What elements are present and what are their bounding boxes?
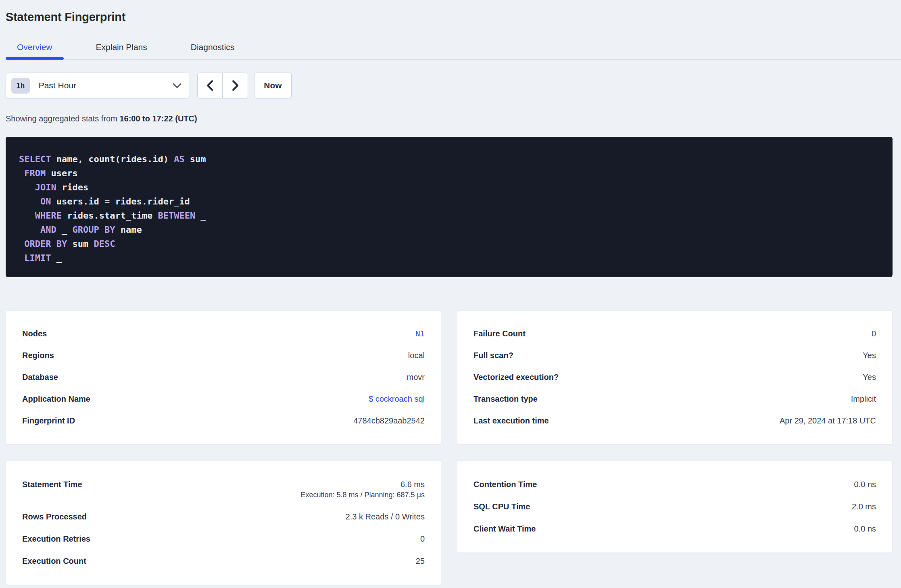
- previous-time-range-button[interactable]: [198, 73, 223, 98]
- time-range-label: Past Hour: [39, 81, 76, 90]
- statement-timing-card: Statement Time6.6 msExecution: 5.8 ms / …: [6, 460, 441, 585]
- sql-line: ORDER BY sum DESC: [19, 237, 880, 251]
- sql-keyword: GROUP BY: [72, 225, 115, 235]
- sql-line: ON users.id = rides.rider_id: [19, 194, 880, 209]
- stat-label: Application Name: [22, 394, 90, 403]
- application-name-link[interactable]: $ cockroach sql: [369, 394, 425, 403]
- tab-explain-plans-label: Explain Plans: [96, 42, 147, 52]
- stat-label: Failure Count: [473, 329, 526, 338]
- sql-keyword: FROM: [24, 168, 46, 178]
- stat-label: SQL CPU Time: [473, 502, 530, 511]
- sql-text: users: [46, 168, 77, 178]
- stat-row-vectorized-execution: Vectorized execution?Yes: [473, 373, 876, 382]
- tab-diagnostics-label: Diagnostics: [191, 42, 235, 52]
- stat-value: 0: [872, 329, 876, 338]
- stat-label: Full scan?: [473, 351, 513, 360]
- sql-keyword: AND: [40, 225, 56, 235]
- time-controls: 1h Past Hour Now: [6, 73, 893, 98]
- sql-text: _: [56, 225, 73, 235]
- stat-value-column: Implicit: [851, 394, 876, 403]
- stat-subvalue: Execution: 5.8 ms / Planning: 687.5 µs: [300, 491, 425, 499]
- stat-label: Client Wait Time: [473, 524, 536, 533]
- stat-value: 2.3 k Reads / 0 Writes: [346, 512, 425, 521]
- stat-value-column: 0.0 ns: [854, 524, 876, 533]
- stat-label: Execution Count: [22, 557, 86, 565]
- stat-value: Yes: [863, 373, 876, 382]
- stat-value: 4784cb829aab2542: [353, 416, 425, 425]
- stat-value-column: movr: [407, 373, 425, 382]
- stat-label: Fingerprint ID: [22, 416, 75, 425]
- nodes-link[interactable]: N1: [415, 329, 425, 338]
- time-step-button-group: [197, 73, 248, 98]
- tab-overview-label: Overview: [17, 42, 52, 52]
- sql-text: [19, 253, 24, 263]
- time-range-dropdown[interactable]: 1h Past Hour: [6, 73, 190, 98]
- stat-value-column: 0.0 ns: [854, 480, 876, 489]
- sql-text: [19, 182, 35, 192]
- sql-text: [19, 196, 40, 206]
- tab-overview[interactable]: Overview: [6, 42, 64, 59]
- sql-text: users.id = rides.rider_id: [51, 196, 190, 206]
- timing-cards-row: Statement Time6.6 msExecution: 5.8 ms / …: [6, 460, 893, 585]
- sql-line: LIMIT _: [19, 251, 880, 265]
- sql-text: rides: [56, 182, 88, 192]
- stat-row-execution-count: Execution Count25: [22, 557, 425, 565]
- wait-timing-card: Contention Time0.0 nsSQL CPU Time2.0 msC…: [457, 460, 893, 553]
- chevron-right-icon: [232, 80, 239, 91]
- chevron-left-icon: [206, 80, 213, 91]
- sql-line: SELECT name, count(rides.id) AS sum: [19, 152, 880, 166]
- stat-value: 0: [420, 534, 425, 543]
- sql-text: name, count(rides.id): [51, 154, 174, 164]
- stat-value-column: $ cockroach sql: [369, 394, 425, 403]
- stat-row-database: Databasemovr: [22, 373, 425, 382]
- stat-row-failure-count: Failure Count0: [473, 329, 876, 338]
- sql-statement-code: SELECT name, count(rides.id) AS sum FROM…: [19, 152, 880, 265]
- sql-keyword: AS: [174, 154, 185, 164]
- stat-label: Contention Time: [473, 480, 537, 489]
- stat-label: Transaction type: [473, 394, 538, 403]
- sql-text: [19, 211, 35, 221]
- stat-value-column: 6.6 msExecution: 5.8 ms / Planning: 687.…: [300, 480, 425, 499]
- statement-details-card: NodesN1RegionslocalDatabasemovrApplicati…: [6, 311, 441, 444]
- sql-keyword: JOIN: [35, 182, 56, 192]
- stat-row-nodes: NodesN1: [22, 329, 425, 338]
- stat-value: Implicit: [851, 394, 876, 403]
- sql-keyword: WHERE: [35, 211, 62, 221]
- stat-value-column: Yes: [863, 373, 876, 382]
- stat-value: Yes: [863, 351, 876, 360]
- sql-text: _: [51, 253, 62, 263]
- chevron-down-icon: [173, 83, 181, 88]
- tab-diagnostics[interactable]: Diagnostics: [179, 42, 246, 59]
- stat-label: Regions: [22, 351, 54, 360]
- tab-explain-plans[interactable]: Explain Plans: [85, 42, 159, 59]
- stat-row-rows-processed: Rows Processed2.3 k Reads / 0 Writes: [22, 512, 425, 521]
- stat-row-fingerprint-id: Fingerprint ID4784cb829aab2542: [22, 416, 425, 425]
- execution-attributes-card: Failure Count0Full scan?YesVectorized ex…: [457, 311, 893, 444]
- stat-row-client-wait-time: Client Wait Time0.0 ns: [473, 524, 876, 533]
- stat-label: Last execution time: [473, 416, 549, 425]
- sql-text: name: [115, 225, 142, 235]
- next-time-range-button[interactable]: [223, 73, 248, 98]
- stat-label: Vectorized execution?: [473, 373, 559, 382]
- stat-label: Statement Time: [22, 480, 82, 489]
- statement-fingerprint-page: Statement Fingerprint Overview Explain P…: [0, 10, 901, 585]
- time-range-badge: 1h: [11, 78, 30, 94]
- now-button[interactable]: Now: [254, 73, 292, 98]
- sql-keyword: DESC: [94, 239, 115, 249]
- stat-value-column: local: [408, 351, 425, 360]
- stat-value-column: 0: [420, 534, 425, 543]
- summary-cards-row: NodesN1RegionslocalDatabasemovrApplicati…: [6, 311, 893, 444]
- stat-row-transaction-type: Transaction typeImplicit: [473, 394, 876, 403]
- sql-text: _: [195, 211, 206, 221]
- stat-row-execution-retries: Execution Retries0: [22, 534, 425, 543]
- stat-row-contention-time: Contention Time0.0 ns: [473, 480, 876, 489]
- sql-keyword: BETWEEN: [158, 211, 195, 221]
- stat-row-statement-time: Statement Time6.6 msExecution: 5.8 ms / …: [22, 480, 425, 499]
- stat-value-column: 25: [416, 557, 425, 565]
- stat-label: Execution Retries: [22, 534, 90, 543]
- stat-label: Nodes: [22, 329, 47, 338]
- stat-value: 0.0 ns: [854, 524, 876, 533]
- sql-line: WHERE rides.start_time BETWEEN _: [19, 209, 880, 223]
- stat-value: 2.0 ms: [852, 502, 876, 511]
- stat-row-last-execution-time: Last execution timeApr 29, 2024 at 17:18…: [473, 416, 876, 425]
